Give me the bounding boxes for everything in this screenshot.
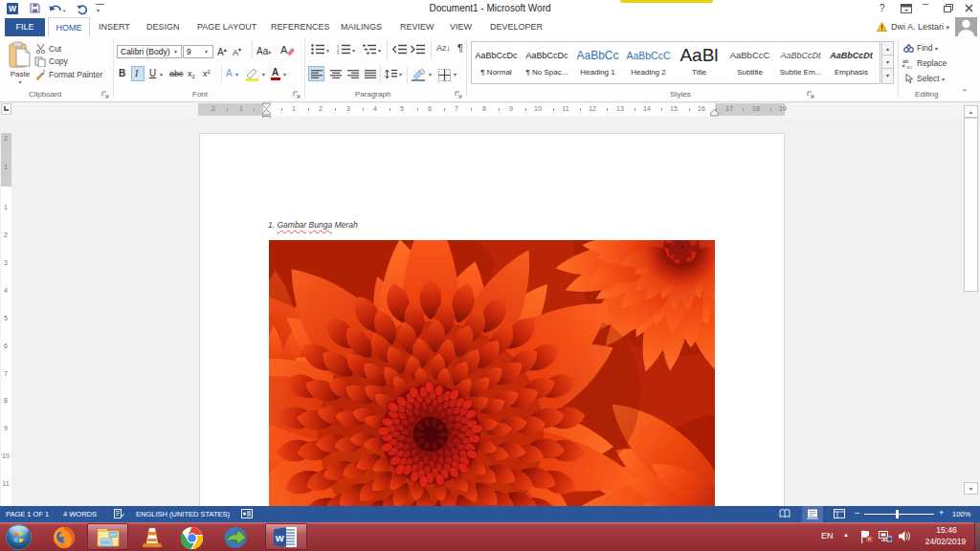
svg-text:3: 3 [337,51,340,55]
svg-text:W: W [276,533,284,543]
svg-text:ac: ac [906,64,912,69]
